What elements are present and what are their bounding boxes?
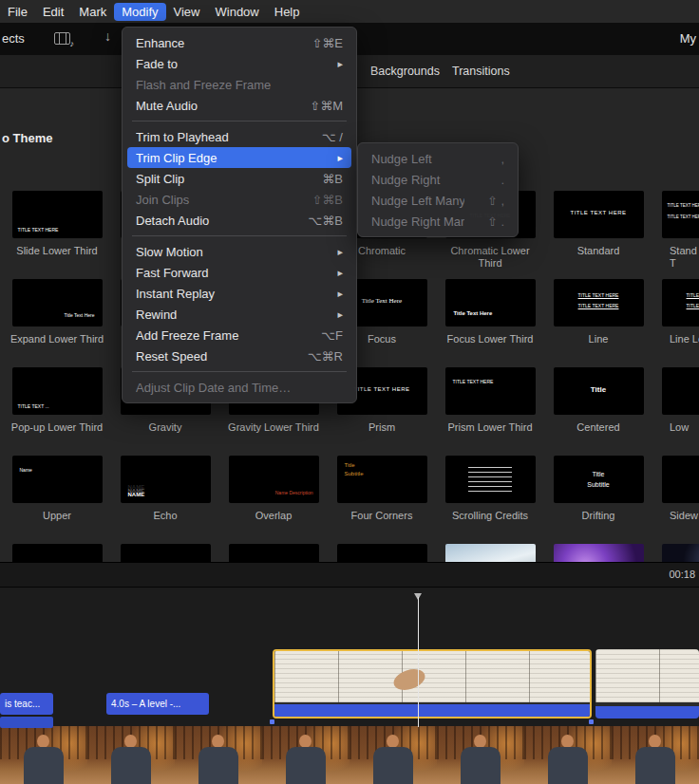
menubar-item-view[interactable]: View [166, 3, 208, 21]
menu-item[interactable]: Trim to Playhead⌥ / [127, 126, 351, 147]
title-template[interactable]: TITLE TEXT HERE TITLE TEXT HERELine Lo [652, 279, 699, 367]
title-label: Centered [544, 421, 652, 434]
title-template[interactable]: NAMEEcho [111, 456, 219, 544]
title-template[interactable]: Title SubtitleDrifting [544, 456, 652, 544]
title-clip-a-bar[interactable] [0, 717, 53, 728]
title-template[interactable]: TITLE TEXT HERE TITLE TEXT HERELine [544, 279, 652, 367]
title-template[interactable]: Title Text HereFocus Lower Third [436, 279, 544, 367]
title-template[interactable]: TITLE TEXT HEREPrism Lower Third [436, 367, 544, 456]
menu-item[interactable]: Fade to▸ [127, 53, 351, 74]
submenu-arrow-icon: ▸ [337, 58, 343, 70]
title-template[interactable]: TitleSidew [652, 456, 699, 544]
title-label: Line Lo [652, 333, 699, 345]
filmstrip-frame[interactable] [612, 726, 699, 784]
filmstrip-frame[interactable] [0, 726, 87, 784]
title-template[interactable] [544, 544, 652, 562]
video-clip-right[interactable] [595, 649, 699, 719]
menu-item[interactable]: Trim Clip Edge▸ [127, 147, 351, 168]
filmstrip-frame[interactable] [437, 726, 524, 784]
title-label: Chromatic Lower Third [436, 245, 544, 269]
playhead[interactable] [414, 588, 423, 727]
title-template[interactable]: TITLE TEXT HERESlide Lower Third [3, 191, 111, 279]
person-head [561, 735, 574, 748]
title-thumbnail [662, 544, 699, 562]
title-template[interactable] [652, 544, 699, 562]
title-thumbnail: Title Subtitle [337, 456, 427, 503]
title-template[interactable]: Title Text HereExpand Lower Third [3, 279, 111, 367]
title-thumbnail: TITLE TEXT HERE TITLE TEXT HERE [554, 279, 644, 327]
menubar-item-help[interactable]: Help [267, 3, 308, 21]
person-head [474, 735, 486, 748]
title-clip-b[interactable]: 4.0s – A level -... [106, 693, 209, 715]
title-label: Gravity Lower Third [219, 421, 328, 434]
menu-item[interactable]: Mute Audio⇧⌘M [127, 95, 351, 116]
title-thumbnail: TITLE TEXT HERE TITLE TEXT HERE [662, 191, 699, 238]
menu-item-label: Enhance [136, 36, 289, 50]
my-media-label[interactable]: My [680, 31, 696, 46]
title-template[interactable] [328, 544, 436, 562]
menubar-item-edit[interactable]: Edit [35, 3, 71, 21]
menu-shortcut: ⌥F [321, 328, 343, 343]
menubar-item-modify[interactable]: Modify [114, 3, 165, 21]
filmstrip-frame[interactable] [262, 726, 350, 784]
title-template[interactable]: Scrolling Credits [436, 456, 544, 544]
menu-item-label: Nudge Left Many [371, 194, 464, 208]
title-thumbnail [229, 544, 319, 562]
menu-item[interactable]: Split Clip⌘B [127, 168, 351, 189]
menu-item-label: Join Clips [136, 193, 289, 207]
title-template[interactable]: Low [652, 367, 699, 456]
tab-transitions[interactable]: Transitions [452, 65, 510, 78]
title-template[interactable]: Title SubtitleFour Corners [328, 456, 436, 544]
timeline[interactable]: is teac... 4.0s – A level -... [0, 587, 699, 726]
music-note-icon: ♪ [70, 39, 75, 48]
title-template[interactable]: TITLE TEXT ...Pop-up Lower Third [3, 367, 111, 456]
title-thumbnail: NAME [121, 456, 211, 503]
title-template[interactable]: NameUpper [3, 456, 111, 544]
person-body [24, 747, 64, 784]
title-template[interactable]: TITLE TEXT HEREStandard [544, 191, 652, 279]
title-thumbnail: TITLE TEXT HERE [12, 191, 103, 238]
tab-backgrounds[interactable]: Backgrounds [370, 65, 440, 78]
title-preview-text: Title Text Here [65, 312, 95, 318]
filmstrip-frame[interactable] [524, 726, 612, 784]
title-clip-a[interactable]: is teac... [0, 693, 53, 715]
title-template[interactable]: Name DescriptionOverlap [219, 456, 328, 544]
menu-item[interactable]: Enhance⇧⌘E [127, 32, 351, 53]
menu-item[interactable]: Slow Motion▸ [127, 241, 351, 262]
title-template[interactable] [219, 544, 328, 562]
menu-item-label: Adjust Clip Date and Time… [136, 381, 343, 395]
menu-item[interactable]: Fast Forward▸ [127, 262, 351, 283]
title-thumbnail: Title [662, 456, 699, 503]
title-label: Echo [111, 510, 219, 522]
title-template[interactable] [111, 544, 219, 562]
menubar-item-mark[interactable]: Mark [71, 3, 114, 21]
title-label: Scrolling Credits [436, 510, 544, 522]
menu-item[interactable]: Add Freeze Frame⌥F [127, 325, 351, 345]
title-template[interactable] [3, 544, 111, 562]
person-head [212, 735, 224, 748]
filmstrip-frame[interactable] [175, 726, 262, 784]
filmstrip-frame[interactable] [350, 726, 437, 784]
media-library-icon[interactable]: ♪ [54, 32, 70, 45]
person-body [461, 747, 501, 784]
title-label: Upper [3, 510, 111, 522]
menu-item-label: Rewind [136, 308, 314, 322]
import-down-arrow-icon[interactable]: ↓ [104, 28, 111, 44]
title-template[interactable]: TITLE TEXT HERE TITLE TEXT HEREStand T [652, 191, 699, 279]
menubar-item-window[interactable]: Window [208, 3, 267, 21]
menubar-item-file[interactable]: File [0, 3, 35, 21]
menu-item[interactable]: Detach Audio⌥⌘B [127, 210, 351, 231]
submenu-arrow-icon: ▸ [337, 267, 343, 279]
title-template[interactable] [436, 544, 544, 562]
projects-label[interactable]: ects [2, 31, 25, 46]
menu-item[interactable]: Instant Replay▸ [127, 283, 351, 304]
title-label: Drifting [544, 510, 652, 522]
filmstrip-frame[interactable] [87, 726, 175, 784]
selected-video-clip[interactable] [273, 649, 592, 719]
menu-separator [132, 371, 347, 372]
menu-item[interactable]: Reset Speed⌥⌘R [127, 345, 351, 366]
menu-item: Join Clips⇧⌘B [127, 189, 351, 210]
menu-item[interactable]: Rewind▸ [127, 304, 351, 325]
title-template[interactable]: TitleCentered [544, 367, 652, 456]
timecode-strip: 00:18 [0, 562, 699, 587]
